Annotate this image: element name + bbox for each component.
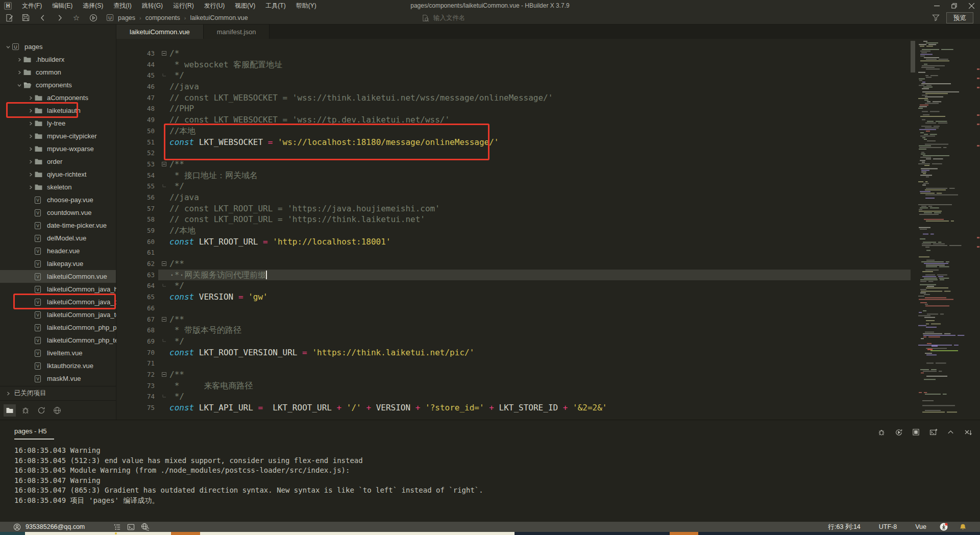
menu-item[interactable]: 视图(V) bbox=[230, 0, 260, 11]
tree-item-.hbuilderx[interactable]: .hbuilderx bbox=[0, 53, 116, 66]
save-button[interactable] bbox=[21, 13, 30, 22]
code-line-70[interactable]: 70const LKT_ROOT_VERSION_URL = 'https://… bbox=[116, 347, 911, 358]
tree-item-laiketuiCommonphptest.vue[interactable]: VlaiketuiCommon_php_test.vue bbox=[0, 334, 116, 347]
file-search-box[interactable]: 输入文件名 bbox=[422, 11, 465, 25]
tree-item-countdown.vue[interactable]: Vcountdown.vue bbox=[0, 206, 116, 219]
code-line-54[interactable]: 54 * 接口地址：网关域名 bbox=[116, 170, 911, 181]
code-line-48[interactable]: 48//PHP bbox=[116, 103, 911, 114]
code-line-44[interactable]: 44 * websocket 客服配置地址 bbox=[116, 59, 911, 70]
code-line-57[interactable]: 57// const LKT_ROOT_URL = 'https://java.… bbox=[116, 203, 911, 214]
console-close-button[interactable] bbox=[964, 428, 972, 436]
tree-item-pages[interactable]: Upages bbox=[0, 40, 116, 53]
tree-item-laiketuiCommonphpprod....[interactable]: VlaiketuiCommon_php_prod.... bbox=[0, 321, 116, 334]
terminal-icon[interactable] bbox=[127, 523, 135, 531]
fold-marker[interactable] bbox=[158, 159, 169, 170]
console-restart-button[interactable] bbox=[894, 428, 903, 436]
fold-marker[interactable] bbox=[158, 48, 169, 59]
tab-laiketuiCommon.vue[interactable]: laiketuiCommon.vue bbox=[116, 25, 204, 39]
code-line-58[interactable]: 58// const LKT_ROOT_URL = 'https://think… bbox=[116, 214, 911, 225]
tree-item-components[interactable]: components bbox=[0, 79, 116, 91]
tree-chevron[interactable] bbox=[27, 173, 35, 177]
menu-item[interactable]: 帮助(Y) bbox=[291, 0, 322, 11]
code-line-46[interactable]: 46//java bbox=[116, 81, 911, 92]
tree-chevron[interactable] bbox=[4, 45, 12, 49]
minimap[interactable] bbox=[916, 39, 980, 420]
outline-list-icon[interactable] bbox=[113, 523, 121, 531]
code-line-71[interactable]: 71 bbox=[116, 358, 911, 369]
tree-item-laikepay.vue[interactable]: Vlaikepay.vue bbox=[0, 257, 116, 270]
notifications-button[interactable] bbox=[959, 523, 967, 531]
code-line-60[interactable]: 60const LKT_ROOT_URL = 'http://localhost… bbox=[116, 236, 911, 248]
tree-chevron[interactable] bbox=[15, 83, 23, 87]
menu-item[interactable]: 发行(U) bbox=[199, 0, 230, 11]
tree-chevron[interactable] bbox=[27, 147, 35, 151]
code-line-61[interactable]: 61 bbox=[116, 247, 911, 258]
tree-item-header.vue[interactable]: Vheader.vue bbox=[0, 245, 116, 257]
code-line-53[interactable]: 53/** bbox=[116, 159, 911, 170]
menu-item[interactable]: 查找(I) bbox=[108, 0, 136, 11]
update-button[interactable] bbox=[940, 523, 948, 531]
code-line-52[interactable]: 52 bbox=[116, 148, 911, 159]
tree-item-laiketuiCommonjavatest.vue[interactable]: VlaiketuiCommon_java_test.vue bbox=[0, 308, 116, 321]
tree-chevron[interactable] bbox=[27, 160, 35, 164]
tree-item-choose-pay.vue[interactable]: Vchoose-pay.vue bbox=[0, 193, 116, 206]
globe-cloud-icon[interactable] bbox=[141, 523, 149, 531]
tree-item-order[interactable]: order bbox=[0, 155, 116, 168]
preview-button[interactable]: 预览 bbox=[946, 12, 973, 23]
tree-item-maskM.vue[interactable]: VmaskM.vue bbox=[0, 372, 116, 385]
menu-item[interactable]: 跳转(G) bbox=[137, 0, 168, 11]
account-button[interactable] bbox=[13, 523, 21, 531]
code-line-68[interactable]: 68 * 带版本号的路径 bbox=[116, 325, 911, 336]
console-new-terminal-button[interactable] bbox=[929, 428, 938, 436]
close-button[interactable] bbox=[963, 0, 980, 11]
tree-item-lktauthorize.vue[interactable]: Vlktauthorize.vue bbox=[0, 359, 116, 372]
code-line-69[interactable]: 69 */ bbox=[116, 336, 911, 347]
code-line-56[interactable]: 56//java bbox=[116, 192, 911, 203]
tree-chevron[interactable] bbox=[15, 58, 23, 62]
code-line-64[interactable]: 64 */ bbox=[116, 280, 911, 291]
tree-chevron[interactable] bbox=[27, 109, 35, 113]
menu-item[interactable]: 编辑(E) bbox=[47, 0, 78, 11]
tree-item-laiketuiauth[interactable]: laiketuiauth bbox=[0, 104, 116, 117]
code-line-72[interactable]: 72/** bbox=[116, 369, 911, 380]
editor-scrollbar-thumb[interactable] bbox=[911, 41, 915, 72]
tree-item-liveItem.vue[interactable]: VliveItem.vue bbox=[0, 347, 116, 359]
breadcrumb-item[interactable]: components bbox=[144, 14, 181, 21]
tree-item-laiketuiCommonjavah6.vue[interactable]: VlaiketuiCommon_java_h6.vue bbox=[0, 283, 116, 296]
tree-item-aComponents[interactable]: aComponents bbox=[0, 91, 116, 104]
new-file-button[interactable] bbox=[5, 13, 13, 22]
code-line-50[interactable]: 50//本地 bbox=[116, 126, 911, 137]
console-collapse-button[interactable] bbox=[946, 428, 955, 436]
tree-chevron[interactable] bbox=[27, 134, 35, 138]
code-line-74[interactable]: 74 */ bbox=[116, 391, 911, 402]
menu-item[interactable]: 文件(F) bbox=[17, 0, 47, 11]
console-stop-button[interactable] bbox=[912, 428, 920, 436]
console-tab[interactable]: pages - H5 bbox=[14, 427, 54, 440]
code-area[interactable]: 43/*44 * websocket 客服配置地址45 */46//java47… bbox=[116, 39, 980, 420]
run-button[interactable] bbox=[89, 13, 97, 22]
code-line-63[interactable]: 63·*·网关服务访问代理前缀 bbox=[116, 270, 911, 281]
line-col-indicator[interactable]: 行:63 列:14 bbox=[828, 523, 861, 531]
code-line-66[interactable]: 66 bbox=[116, 303, 911, 314]
breadcrumb-item[interactable]: pages bbox=[117, 14, 136, 21]
filter-button[interactable] bbox=[932, 14, 940, 22]
console-debug-button[interactable] bbox=[877, 428, 886, 436]
tree-item-qiyue-richtext[interactable]: qiyue-richtext bbox=[0, 168, 116, 181]
tree-item-common[interactable]: common bbox=[0, 66, 116, 79]
code-line-59[interactable]: 59//本地 bbox=[116, 225, 911, 236]
tab-manifest.json[interactable]: manifest.json bbox=[204, 25, 270, 39]
code-line-55[interactable]: 55 */ bbox=[116, 181, 911, 192]
fold-marker[interactable] bbox=[158, 258, 169, 270]
breadcrumb-item[interactable]: laiketuiCommon.vue bbox=[189, 14, 249, 21]
code-line-49[interactable]: 49// const LKT_WEBSOCKET = 'wss://tp.dev… bbox=[116, 114, 911, 126]
language-indicator[interactable]: Vue bbox=[915, 523, 926, 530]
minimize-button[interactable] bbox=[928, 0, 945, 11]
tree-item-laiketuiCommonjavaprod....[interactable]: VlaiketuiCommon_java_prod.... bbox=[0, 296, 116, 308]
menu-item[interactable]: 运行(R) bbox=[168, 0, 199, 11]
code-line-45[interactable]: 45 */ bbox=[116, 70, 911, 81]
closed-projects-section[interactable]: 已关闭项目 bbox=[0, 386, 116, 400]
web-panel-button[interactable] bbox=[51, 404, 63, 417]
tree-item-skeleton[interactable]: skeleton bbox=[0, 181, 116, 193]
forward-button[interactable] bbox=[55, 13, 64, 22]
code-line-62[interactable]: 62/** bbox=[116, 258, 911, 270]
